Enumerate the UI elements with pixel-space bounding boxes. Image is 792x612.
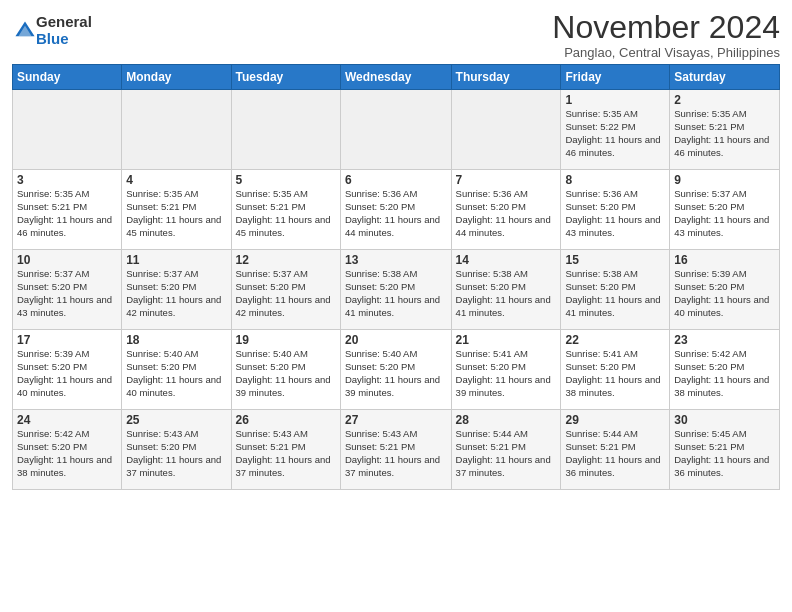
day-info: Sunrise: 5:39 AM Sunset: 5:20 PM Dayligh… [674,268,775,319]
day-info: Sunrise: 5:37 AM Sunset: 5:20 PM Dayligh… [126,268,226,319]
month-title: November 2024 [552,10,780,45]
day-info: Sunrise: 5:35 AM Sunset: 5:21 PM Dayligh… [17,188,117,239]
day-cell: 1Sunrise: 5:35 AM Sunset: 5:22 PM Daylig… [561,90,670,170]
day-info: Sunrise: 5:35 AM Sunset: 5:22 PM Dayligh… [565,108,665,159]
day-cell [340,90,451,170]
day-info: Sunrise: 5:38 AM Sunset: 5:20 PM Dayligh… [345,268,447,319]
day-cell: 28Sunrise: 5:44 AM Sunset: 5:21 PM Dayli… [451,410,561,490]
day-info: Sunrise: 5:35 AM Sunset: 5:21 PM Dayligh… [126,188,226,239]
day-info: Sunrise: 5:40 AM Sunset: 5:20 PM Dayligh… [236,348,336,399]
logo: General Blue [12,14,92,47]
day-number: 7 [456,173,557,187]
day-number: 10 [17,253,117,267]
day-number: 2 [674,93,775,107]
day-cell: 7Sunrise: 5:36 AM Sunset: 5:20 PM Daylig… [451,170,561,250]
day-cell: 24Sunrise: 5:42 AM Sunset: 5:20 PM Dayli… [13,410,122,490]
day-number: 22 [565,333,665,347]
day-number: 30 [674,413,775,427]
day-cell: 10Sunrise: 5:37 AM Sunset: 5:20 PM Dayli… [13,250,122,330]
calendar-container: General Blue November 2024 Panglao, Cent… [0,0,792,496]
day-info: Sunrise: 5:40 AM Sunset: 5:20 PM Dayligh… [345,348,447,399]
day-cell: 25Sunrise: 5:43 AM Sunset: 5:20 PM Dayli… [122,410,231,490]
day-number: 6 [345,173,447,187]
day-number: 19 [236,333,336,347]
day-cell: 17Sunrise: 5:39 AM Sunset: 5:20 PM Dayli… [13,330,122,410]
day-number: 14 [456,253,557,267]
day-cell: 14Sunrise: 5:38 AM Sunset: 5:20 PM Dayli… [451,250,561,330]
logo-blue: Blue [36,31,92,48]
day-cell: 6Sunrise: 5:36 AM Sunset: 5:20 PM Daylig… [340,170,451,250]
header-cell-friday: Friday [561,65,670,90]
day-number: 13 [345,253,447,267]
day-cell: 23Sunrise: 5:42 AM Sunset: 5:20 PM Dayli… [670,330,780,410]
day-info: Sunrise: 5:43 AM Sunset: 5:21 PM Dayligh… [345,428,447,479]
week-row-3: 10Sunrise: 5:37 AM Sunset: 5:20 PM Dayli… [13,250,780,330]
day-cell: 11Sunrise: 5:37 AM Sunset: 5:20 PM Dayli… [122,250,231,330]
day-cell [122,90,231,170]
day-number: 21 [456,333,557,347]
day-info: Sunrise: 5:37 AM Sunset: 5:20 PM Dayligh… [674,188,775,239]
day-cell: 13Sunrise: 5:38 AM Sunset: 5:20 PM Dayli… [340,250,451,330]
header-cell-thursday: Thursday [451,65,561,90]
week-row-4: 17Sunrise: 5:39 AM Sunset: 5:20 PM Dayli… [13,330,780,410]
day-info: Sunrise: 5:44 AM Sunset: 5:21 PM Dayligh… [456,428,557,479]
day-cell [13,90,122,170]
day-number: 15 [565,253,665,267]
day-cell: 19Sunrise: 5:40 AM Sunset: 5:20 PM Dayli… [231,330,340,410]
day-cell: 29Sunrise: 5:44 AM Sunset: 5:21 PM Dayli… [561,410,670,490]
day-cell: 3Sunrise: 5:35 AM Sunset: 5:21 PM Daylig… [13,170,122,250]
logo-icon [14,20,36,42]
header: General Blue November 2024 Panglao, Cent… [12,10,780,60]
day-cell: 8Sunrise: 5:36 AM Sunset: 5:20 PM Daylig… [561,170,670,250]
logo-general: General [36,14,92,31]
day-info: Sunrise: 5:38 AM Sunset: 5:20 PM Dayligh… [456,268,557,319]
day-cell: 2Sunrise: 5:35 AM Sunset: 5:21 PM Daylig… [670,90,780,170]
week-row-1: 1Sunrise: 5:35 AM Sunset: 5:22 PM Daylig… [13,90,780,170]
day-number: 12 [236,253,336,267]
day-info: Sunrise: 5:42 AM Sunset: 5:20 PM Dayligh… [17,428,117,479]
day-info: Sunrise: 5:45 AM Sunset: 5:21 PM Dayligh… [674,428,775,479]
day-cell: 9Sunrise: 5:37 AM Sunset: 5:20 PM Daylig… [670,170,780,250]
header-cell-wednesday: Wednesday [340,65,451,90]
day-info: Sunrise: 5:35 AM Sunset: 5:21 PM Dayligh… [236,188,336,239]
day-number: 20 [345,333,447,347]
day-info: Sunrise: 5:41 AM Sunset: 5:20 PM Dayligh… [456,348,557,399]
day-info: Sunrise: 5:41 AM Sunset: 5:20 PM Dayligh… [565,348,665,399]
header-cell-saturday: Saturday [670,65,780,90]
day-cell: 27Sunrise: 5:43 AM Sunset: 5:21 PM Dayli… [340,410,451,490]
day-number: 8 [565,173,665,187]
day-cell: 26Sunrise: 5:43 AM Sunset: 5:21 PM Dayli… [231,410,340,490]
day-cell: 5Sunrise: 5:35 AM Sunset: 5:21 PM Daylig… [231,170,340,250]
day-cell [231,90,340,170]
header-cell-tuesday: Tuesday [231,65,340,90]
day-cell [451,90,561,170]
day-info: Sunrise: 5:37 AM Sunset: 5:20 PM Dayligh… [17,268,117,319]
day-info: Sunrise: 5:40 AM Sunset: 5:20 PM Dayligh… [126,348,226,399]
day-cell: 4Sunrise: 5:35 AM Sunset: 5:21 PM Daylig… [122,170,231,250]
day-number: 27 [345,413,447,427]
day-info: Sunrise: 5:36 AM Sunset: 5:20 PM Dayligh… [456,188,557,239]
day-cell: 20Sunrise: 5:40 AM Sunset: 5:20 PM Dayli… [340,330,451,410]
day-info: Sunrise: 5:39 AM Sunset: 5:20 PM Dayligh… [17,348,117,399]
day-info: Sunrise: 5:43 AM Sunset: 5:20 PM Dayligh… [126,428,226,479]
day-number: 4 [126,173,226,187]
location: Panglao, Central Visayas, Philippines [552,45,780,60]
day-info: Sunrise: 5:44 AM Sunset: 5:21 PM Dayligh… [565,428,665,479]
day-cell: 30Sunrise: 5:45 AM Sunset: 5:21 PM Dayli… [670,410,780,490]
day-number: 25 [126,413,226,427]
day-cell: 16Sunrise: 5:39 AM Sunset: 5:20 PM Dayli… [670,250,780,330]
day-info: Sunrise: 5:42 AM Sunset: 5:20 PM Dayligh… [674,348,775,399]
week-row-2: 3Sunrise: 5:35 AM Sunset: 5:21 PM Daylig… [13,170,780,250]
day-info: Sunrise: 5:37 AM Sunset: 5:20 PM Dayligh… [236,268,336,319]
title-block: November 2024 Panglao, Central Visayas, … [552,10,780,60]
day-number: 9 [674,173,775,187]
day-cell: 15Sunrise: 5:38 AM Sunset: 5:20 PM Dayli… [561,250,670,330]
calendar-table: SundayMondayTuesdayWednesdayThursdayFrid… [12,64,780,490]
week-row-5: 24Sunrise: 5:42 AM Sunset: 5:20 PM Dayli… [13,410,780,490]
day-number: 17 [17,333,117,347]
day-info: Sunrise: 5:43 AM Sunset: 5:21 PM Dayligh… [236,428,336,479]
day-cell: 21Sunrise: 5:41 AM Sunset: 5:20 PM Dayli… [451,330,561,410]
day-number: 16 [674,253,775,267]
day-number: 26 [236,413,336,427]
day-number: 23 [674,333,775,347]
